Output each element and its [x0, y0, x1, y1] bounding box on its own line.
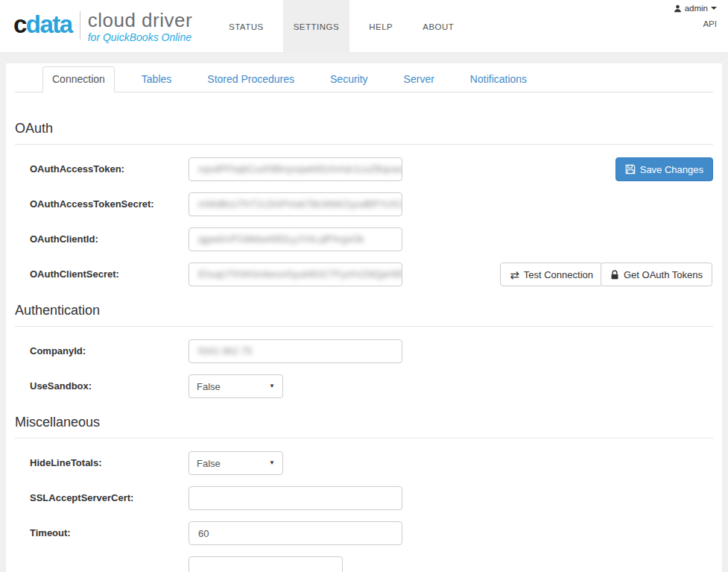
- field-label: OAuthAccessTokenSecret:: [15, 192, 189, 216]
- tab-stored-procedures[interactable]: Stored Procedures: [198, 67, 303, 92]
- section-title-miscellaneous: Miscellaneous: [15, 415, 713, 439]
- field-label: OAuthClientId:: [15, 227, 189, 251]
- field-row-oauthclientsecret: OAuthClientSecret: EhuqUTKWGmbesnGyub9OC…: [15, 263, 713, 286]
- oauthclientid-input[interactable]: qgwdsVFG8kbwWElLyJYALqfFhrgxOk: [189, 227, 402, 251]
- field-row-partial: [15, 556, 713, 572]
- field-label: Timeout:: [15, 521, 189, 545]
- tab-server[interactable]: Server: [395, 67, 443, 92]
- logo-part-c: c: [13, 10, 26, 38]
- nav-settings[interactable]: SETTINGS: [283, 0, 350, 53]
- save-icon: [625, 164, 636, 175]
- section-title-authentication: Authentication: [15, 303, 713, 327]
- partial-input[interactable]: [189, 556, 343, 572]
- main-nav: STATUS SETTINGS HELP ABOUT: [214, 0, 469, 53]
- content-panel: Connection Tables Stored Procedures Secu…: [6, 63, 722, 572]
- exchange-arrows-icon: ⇄: [510, 269, 519, 280]
- get-oauth-tokens-button[interactable]: Get OAuth Tokens: [601, 263, 712, 286]
- logo-part-data: data: [26, 10, 72, 38]
- nav-help[interactable]: HELP: [358, 0, 403, 53]
- field-label: OAuthClientSecret:: [15, 263, 189, 286]
- oauthaccesstoken-input[interactable]: xqvdPFhqbCuzKlBtnyoqwk6DzhAdc1cxZBqvasdy: [189, 157, 402, 181]
- nav-about[interactable]: ABOUT: [412, 0, 464, 53]
- cdata-logo: cdata: [13, 10, 72, 40]
- field-label: HideLineTotals:: [15, 451, 189, 475]
- brand-logo: cdata cloud driver for QuickBooks Online: [13, 10, 192, 44]
- field-label: CompanyId:: [15, 339, 189, 363]
- sslacceptservercert-input[interactable]: [189, 486, 402, 510]
- nav-status[interactable]: STATUS: [218, 0, 274, 53]
- timeout-input[interactable]: [189, 521, 402, 545]
- product-name: cloud driver: [88, 10, 192, 31]
- lock-icon: [610, 270, 619, 280]
- caret-down-icon: [711, 7, 717, 10]
- field-row-oauthaccesstoken: OAuthAccessToken: xqvdPFhqbCuzKlBtnyoqwk…: [15, 157, 713, 181]
- field-row-sslacceptservercert: SSLAcceptServerCert:: [15, 486, 713, 510]
- hidelinetotals-select[interactable]: False ▼: [189, 451, 283, 475]
- user-menu[interactable]: admin: [674, 4, 717, 13]
- username: admin: [685, 4, 708, 13]
- select-arrow-icon: ▼: [269, 460, 275, 466]
- logo-divider: [80, 11, 80, 40]
- tab-connection[interactable]: Connection: [42, 66, 115, 92]
- field-row-oauthclientid: OAuthClientId: qgwdsVFG8kbwWElLyJYALqfFh…: [15, 227, 713, 251]
- field-row-usesandbox: UseSandbox: False ▼: [15, 374, 713, 398]
- api-link[interactable]: API: [674, 19, 717, 28]
- settings-tabs: Connection Tables Stored Procedures Secu…: [15, 67, 713, 92]
- tab-tables[interactable]: Tables: [133, 67, 180, 92]
- test-connection-button[interactable]: ⇄ Test Connection: [500, 263, 603, 286]
- usesandbox-select[interactable]: False ▼: [189, 374, 283, 398]
- product-subtitle: for QuickBooks Online: [88, 31, 192, 44]
- field-label: SSLAcceptServerCert:: [15, 486, 189, 510]
- section-title-oauth: OAuth: [15, 121, 713, 145]
- save-changes-button[interactable]: Save Changes: [615, 157, 713, 181]
- oauthclientsecret-input[interactable]: EhuqUTKWGmbesnGyub9OCTFyzhVZ8QpH5Fbd8U: [189, 263, 402, 286]
- select-arrow-icon: ▼: [269, 383, 275, 389]
- field-label: UseSandbox:: [15, 374, 189, 398]
- user-area: admin API: [674, 4, 717, 28]
- field-row-timeout: Timeout:: [15, 521, 713, 545]
- field-row-companyid: CompanyId: 9341 862 75: [15, 339, 713, 363]
- person-icon: [674, 4, 682, 13]
- field-label: OAuthAccessToken:: [15, 157, 189, 181]
- app-header: cdata cloud driver for QuickBooks Online…: [0, 0, 728, 53]
- companyid-input[interactable]: 9341 862 75: [189, 339, 402, 363]
- oauthaccesstokensecret-input[interactable]: mWdBcUThT1U3APVwkTBcWbKGysdBPYvXULwUHcm: [189, 192, 402, 216]
- tab-security[interactable]: Security: [321, 67, 377, 92]
- field-row-oauthaccesstokensecret: OAuthAccessTokenSecret: mWdBcUThT1U3APVw…: [15, 192, 713, 216]
- field-row-hidelinetotals: HideLineTotals: False ▼: [15, 451, 713, 475]
- tab-notifications[interactable]: Notifications: [461, 67, 536, 92]
